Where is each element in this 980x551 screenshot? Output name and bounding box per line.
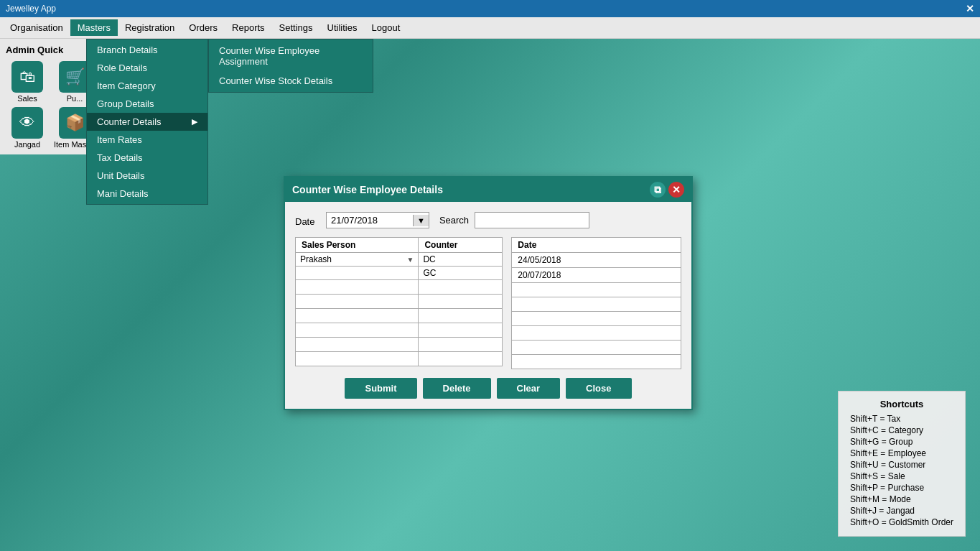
menu-reports[interactable]: Reports (225, 19, 272, 36)
masters-dropdown: Branch Details Role Details Item Categor… (86, 39, 208, 205)
shortcut-goldsmith: Shift+O = GoldSmith Order (850, 517, 953, 527)
date-label: Date (295, 213, 320, 227)
menu-utilities[interactable]: Utilities (320, 19, 365, 36)
dialog-body: Date ▼ Search Sales Person Count (285, 202, 691, 409)
dialog-close-button[interactable]: ✕ (668, 182, 684, 198)
menu-orders[interactable]: Orders (182, 19, 225, 36)
admin-icon-jangad[interactable]: 👁 Jangad (6, 107, 49, 149)
shortcut-purchase: Shift+P = Purchase (850, 483, 953, 493)
table-row (296, 338, 503, 352)
title-bar: Jewelley App ✕ (0, 0, 980, 17)
date-table: Date 24/05/2018 20/07/2018 (511, 237, 681, 369)
menu-organisation[interactable]: Organisation (3, 19, 70, 36)
purchase-label: Pu... (67, 94, 83, 103)
dialog-top-row: Date ▼ Search (295, 212, 681, 228)
counter-details-submenu: Counter Wise Employee Assignment Counter… (208, 39, 373, 93)
table-row (296, 323, 503, 338)
dialog-title-text: Counter Wise Employee Details (292, 184, 443, 195)
date-value-cell[interactable]: 20/07/2018 (512, 268, 681, 283)
admin-icon-sales[interactable]: 🛍 Sales (6, 61, 49, 103)
search-label: Search (439, 215, 469, 226)
submenu-counter-wise-stock[interactable]: Counter Wise Stock Details (209, 71, 373, 91)
table-row: 20/07/2018 (512, 268, 681, 283)
right-table-wrap: Date 24/05/2018 20/07/2018 (511, 237, 681, 369)
sales-person-cell[interactable]: Prakash ▼ (296, 253, 419, 267)
sales-person-cell[interactable] (296, 267, 419, 280)
submit-button[interactable]: Submit (345, 378, 416, 399)
dropdown-mani-details[interactable]: Mani Details (87, 185, 207, 203)
counter-details-chevron: ▶ (192, 117, 197, 126)
delete-button[interactable]: Delete (423, 378, 491, 399)
date-dropdown-button[interactable]: ▼ (413, 215, 429, 226)
table-row (512, 355, 681, 369)
dialog-title-bar: Counter Wise Employee Details ⧉ ✕ (285, 177, 691, 202)
date-column-header: Date (512, 238, 681, 253)
table-row (296, 295, 503, 309)
close-dialog-button[interactable]: Close (566, 378, 631, 399)
jangad-label: Jangad (14, 140, 40, 149)
table-row (512, 283, 681, 297)
shortcut-group: Shift+G = Group (850, 437, 953, 447)
menu-bar: Organisation Masters Registration Orders… (0, 17, 980, 39)
sales-label: Sales (17, 94, 37, 103)
shortcut-employee: Shift+E = Employee (850, 448, 953, 458)
table-row (296, 280, 503, 295)
shortcuts-title: Shortcuts (850, 399, 953, 409)
shortcut-customer: Shift+U = Customer (850, 460, 953, 470)
shortcut-tax: Shift+T = Tax (850, 414, 953, 424)
table-row: 24/05/2018 (512, 253, 681, 268)
table-row: Prakash ▼ DC (296, 253, 503, 267)
dialog-restore-button[interactable]: ⧉ (650, 182, 666, 198)
shortcut-mode: Shift+M = Mode (850, 494, 953, 504)
counter-cell: DC (419, 253, 503, 267)
dropdown-tax-details[interactable]: Tax Details (87, 149, 207, 167)
date-input-wrap: ▼ (326, 212, 429, 228)
menu-settings[interactable]: Settings (272, 19, 320, 36)
table-row (296, 352, 503, 366)
window-close-button[interactable]: ✕ (966, 3, 974, 14)
dropdown-branch-details[interactable]: Branch Details (87, 41, 207, 59)
menu-logout[interactable]: Logout (364, 19, 407, 36)
dropdown-counter-details[interactable]: Counter Details ▶ (87, 113, 207, 131)
table-row (512, 297, 681, 312)
dropdown-item-rates[interactable]: Item Rates (87, 131, 207, 149)
jangad-icon: 👁 (11, 107, 43, 139)
shortcut-jangad: Shift+J = Jangad (850, 506, 953, 516)
sales-person-header: Sales Person (296, 238, 419, 253)
shortcut-category: Shift+C = Category (850, 425, 953, 435)
table-row (512, 326, 681, 341)
clear-button[interactable]: Clear (497, 378, 561, 399)
dropdown-role-details[interactable]: Role Details (87, 59, 207, 77)
table-row (512, 312, 681, 326)
dialog-controls: ⧉ ✕ (650, 182, 684, 198)
dropdown-item-category[interactable]: Item Category (87, 77, 207, 95)
counter-wise-employee-dialog: Counter Wise Employee Details ⧉ ✕ Date ▼… (284, 176, 693, 410)
table-row (512, 341, 681, 355)
dialog-buttons: Submit Delete Clear Close (295, 378, 681, 399)
app-title: Jewelley App (6, 4, 56, 14)
left-table-wrap: Sales Person Counter Prakash ▼ (295, 237, 503, 369)
date-input[interactable] (327, 213, 413, 228)
search-input[interactable] (475, 212, 589, 228)
dropdown-group-details[interactable]: Group Details (87, 95, 207, 113)
sales-icon: 🛍 (11, 61, 43, 93)
submenu-counter-wise-employee[interactable]: Counter Wise Employee Assignment (209, 41, 373, 71)
menu-registration[interactable]: Registration (118, 19, 182, 36)
table-row: GC (296, 267, 503, 280)
shortcut-sale: Shift+S = Sale (850, 471, 953, 481)
counter-cell: GC (419, 267, 503, 280)
date-value-cell[interactable]: 24/05/2018 (512, 253, 681, 268)
sales-counter-table: Sales Person Counter Prakash ▼ (295, 237, 503, 366)
menu-masters[interactable]: Masters (70, 19, 118, 36)
search-wrap: Search (439, 212, 589, 228)
sales-person-dropdown-arrow: ▼ (406, 256, 414, 264)
dropdown-unit-details[interactable]: Unit Details (87, 167, 207, 185)
shortcuts-panel: Shortcuts Shift+T = Tax Shift+C = Catego… (838, 391, 966, 537)
tables-row: Sales Person Counter Prakash ▼ (295, 237, 681, 369)
table-row (296, 309, 503, 323)
counter-header: Counter (419, 238, 503, 253)
